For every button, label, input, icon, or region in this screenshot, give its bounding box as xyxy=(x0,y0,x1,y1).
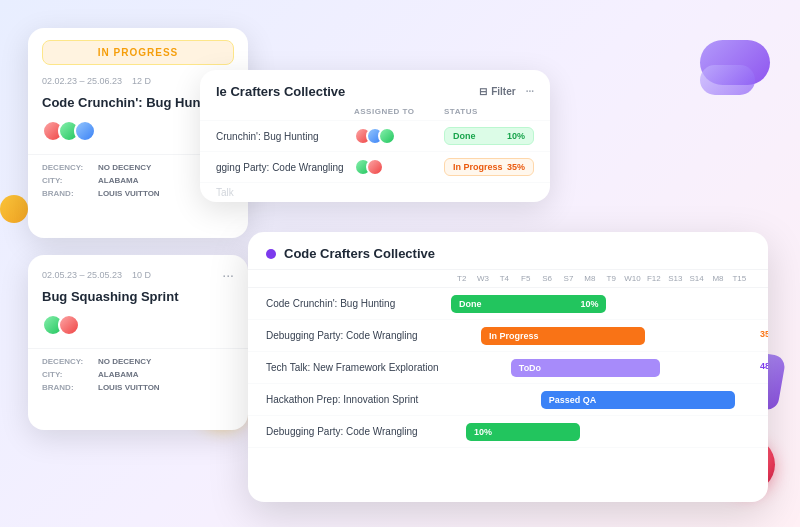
detail-row-4: DECENCY: NO DECENCY xyxy=(42,357,234,366)
row-1-avatar-3 xyxy=(378,127,396,145)
filter-icon: ⊟ xyxy=(479,86,487,97)
gantt-bar-5: 10% xyxy=(466,423,580,441)
row-1-status: Done 10% xyxy=(444,127,534,145)
week-s7: S7 xyxy=(558,274,579,283)
week-t15: T15 xyxy=(729,274,750,283)
week-t4: T4 xyxy=(494,274,515,283)
week-w3: W3 xyxy=(472,274,493,283)
gantt-bar-4: Passed QA xyxy=(541,391,735,409)
week-s13: S13 xyxy=(665,274,686,283)
card-date-1: 02.02.23 – 25.06.23 12 D xyxy=(42,76,151,86)
week-s14: S14 xyxy=(686,274,707,283)
row-1-avatars xyxy=(354,127,444,145)
gantt-pct-3: 48% xyxy=(760,361,768,371)
gantt-row-1: Code Crunchin': Bug Hunting Done 10% xyxy=(248,288,768,320)
status-badge-1: IN PROGRESS xyxy=(42,40,234,65)
avatar-5 xyxy=(58,314,80,336)
gantt-dot xyxy=(266,249,276,259)
week-f12: F12 xyxy=(643,274,664,283)
week-t2: T2 xyxy=(451,274,472,283)
gantt-row-5: Debugging Party: Code Wrangling 10% xyxy=(248,416,768,448)
card-avatars-2 xyxy=(28,314,248,336)
gantt-header: Code Crafters Collective xyxy=(248,232,768,270)
row-2-name: gging Party: Code Wrangling xyxy=(216,162,354,173)
gantt-label-3: Tech Talk: New Framework Exploration xyxy=(266,362,451,373)
row-2-avatars xyxy=(354,158,444,176)
week-w10: W10 xyxy=(622,274,643,283)
gantt-label-1: Code Crunchin': Bug Hunting xyxy=(266,298,451,309)
gantt-pct-2: 35% xyxy=(760,329,768,339)
gantt-bar-2: In Progress xyxy=(481,327,645,345)
mobile-card-2: 02.05.23 – 25.05.23 10 D ··· Bug Squashi… xyxy=(28,255,248,430)
table-menu-dots[interactable]: ··· xyxy=(526,86,534,97)
gantt-title: Code Crafters Collective xyxy=(284,246,435,261)
col-assigned: ASSIGNED TO xyxy=(354,107,444,116)
week-m8: M8 xyxy=(579,274,600,283)
table-columns: ASSIGNED TO STATUS xyxy=(200,107,550,120)
avatar-3 xyxy=(74,120,96,142)
gantt-label-5: Debugging Party: Code Wrangling xyxy=(266,426,451,437)
gantt-label-2: Debugging Party: Code Wrangling xyxy=(266,330,451,341)
gantt-bar-3: ToDo xyxy=(511,359,661,377)
table-header: le Crafters Collective ⊟ Filter ··· xyxy=(200,70,550,107)
decorative-blob-2 xyxy=(700,65,755,95)
gantt-timeline-header: T2 W3 T4 F5 S6 S7 M8 T9 W10 F12 S13 S14 … xyxy=(248,270,768,288)
week-s6: S6 xyxy=(536,274,557,283)
row-1-name: Crunchin': Bug Hunting xyxy=(216,131,354,142)
card-meta-2: 02.05.23 – 25.05.23 10 D ··· xyxy=(28,255,248,283)
gantt-row-4: Hackathon Prep: Innovation Sprint Passed… xyxy=(248,384,768,416)
row-2-status: In Progress 35% xyxy=(444,158,534,176)
row-2-avatar-2 xyxy=(366,158,384,176)
gantt-bar-area-5: 10% xyxy=(451,422,750,442)
gantt-bar-1: Done 10% xyxy=(451,295,606,313)
gantt-bar-area-4: Passed QA xyxy=(451,390,750,410)
table-row-1: Crunchin': Bug Hunting Done 10% xyxy=(200,120,550,151)
gantt-row-2: Debugging Party: Code Wrangling In Progr… xyxy=(248,320,768,352)
table-row-partial: Talk xyxy=(200,182,550,202)
gantt-row-3: Tech Talk: New Framework Exploration ToD… xyxy=(248,352,768,384)
card-menu-2[interactable]: ··· xyxy=(222,267,234,283)
col-status: STATUS xyxy=(444,107,534,116)
table-card: le Crafters Collective ⊟ Filter ··· ASSI… xyxy=(200,70,550,202)
filter-label: Filter xyxy=(491,86,515,97)
filter-button[interactable]: ⊟ Filter ··· xyxy=(479,86,534,97)
table-row-2: gging Party: Code Wrangling In Progress … xyxy=(200,151,550,182)
card-title-2: Bug Squashing Sprint xyxy=(28,289,248,306)
gantt-bar-area-1: Done 10% xyxy=(451,294,750,314)
detail-row-5: CITY: ALABAMA xyxy=(42,370,234,379)
week-f5: F5 xyxy=(515,274,536,283)
card-details-2: DECENCY: NO DECENCY CITY: ALABAMA BRAND:… xyxy=(28,348,248,392)
table-title: le Crafters Collective xyxy=(216,84,345,99)
decorative-blob-orange xyxy=(0,195,28,223)
card-date-2: 02.05.23 – 25.05.23 10 D xyxy=(42,270,151,280)
gantt-bar-area-2: In Progress 35% xyxy=(451,326,750,346)
gantt-bar-area-3: ToDo 48% xyxy=(451,358,750,378)
gantt-card: Code Crafters Collective T2 W3 T4 F5 S6 … xyxy=(248,232,768,502)
detail-row-6: BRAND: LOUIS VUITTON xyxy=(42,383,234,392)
gantt-label-4: Hackathon Prep: Innovation Sprint xyxy=(266,394,451,405)
week-m8b: M8 xyxy=(707,274,728,283)
week-t9: T9 xyxy=(601,274,622,283)
col-name xyxy=(216,107,354,116)
